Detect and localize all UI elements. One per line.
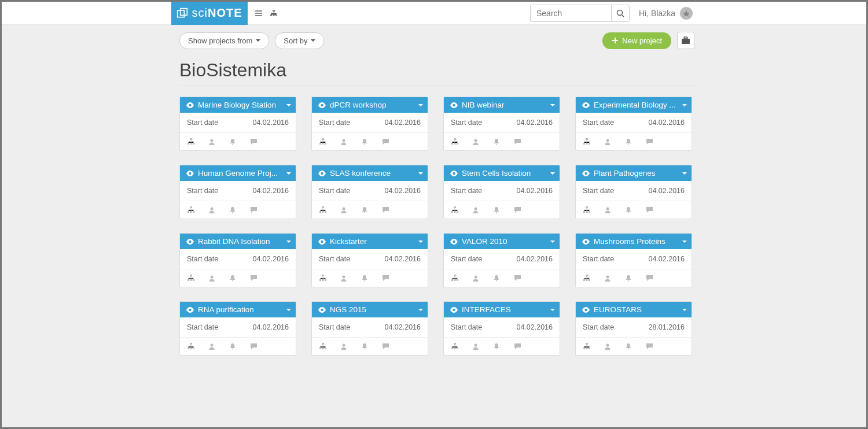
bell-icon[interactable] <box>624 138 632 146</box>
user-icon[interactable] <box>340 342 348 350</box>
comment-icon[interactable] <box>645 342 653 350</box>
chevron-down-icon[interactable] <box>550 241 555 243</box>
hierarchy-icon[interactable] <box>187 342 195 350</box>
logo[interactable]: sciNOTE <box>171 2 248 25</box>
hierarchy-icon[interactable] <box>319 206 327 214</box>
hierarchy-icon[interactable] <box>451 138 459 146</box>
chevron-down-icon[interactable] <box>418 241 423 243</box>
project-card-header[interactable]: Rabbit DNA Isolation <box>180 234 296 249</box>
user-icon[interactable] <box>472 206 480 214</box>
user-icon[interactable] <box>472 138 480 146</box>
hierarchy-icon[interactable] <box>319 342 327 350</box>
user-icon[interactable] <box>604 138 612 146</box>
project-card-header[interactable]: Human Genome Proj... <box>180 165 296 181</box>
search-input[interactable] <box>530 5 611 22</box>
sort-by-dropdown[interactable]: Sort by <box>275 32 324 49</box>
user-icon[interactable] <box>208 138 216 146</box>
comment-icon[interactable] <box>381 206 389 214</box>
user-icon[interactable] <box>208 206 216 214</box>
project-card-header[interactable]: Kickstarter <box>312 234 428 249</box>
bell-icon[interactable] <box>624 206 632 214</box>
chevron-down-icon[interactable] <box>286 172 291 175</box>
project-card-header[interactable]: EUROSTARS <box>576 302 692 317</box>
search-button[interactable] <box>611 5 630 22</box>
user-icon[interactable] <box>208 342 216 350</box>
chevron-down-icon[interactable] <box>286 241 291 243</box>
comment-icon[interactable] <box>645 274 653 282</box>
project-card-header[interactable]: Experimental Biology ... <box>576 97 692 113</box>
project-card-header[interactable]: Stem Cells Isolation <box>444 165 560 181</box>
comment-icon[interactable] <box>513 342 521 350</box>
hierarchy-icon[interactable] <box>267 7 280 20</box>
project-card-header[interactable]: Mushrooms Proteins <box>576 234 692 249</box>
hierarchy-icon[interactable] <box>583 274 591 282</box>
hierarchy-icon[interactable] <box>583 206 591 214</box>
bell-icon[interactable] <box>492 274 501 282</box>
comment-icon[interactable] <box>249 342 258 350</box>
bell-icon[interactable] <box>361 138 369 146</box>
bell-icon[interactable] <box>361 274 369 282</box>
bell-icon[interactable] <box>229 274 237 282</box>
chevron-down-icon[interactable] <box>286 104 291 106</box>
bell-icon[interactable] <box>492 206 501 214</box>
user-icon[interactable] <box>604 274 612 282</box>
bell-icon[interactable] <box>361 342 369 350</box>
chevron-down-icon[interactable] <box>286 309 291 311</box>
bell-icon[interactable] <box>229 206 237 214</box>
chevron-down-icon[interactable] <box>550 309 555 311</box>
comment-icon[interactable] <box>381 274 389 282</box>
bell-icon[interactable] <box>624 342 632 350</box>
user-icon[interactable] <box>604 342 612 350</box>
show-projects-from-dropdown[interactable]: Show projects from <box>179 32 269 49</box>
chevron-down-icon[interactable] <box>550 172 555 175</box>
user-icon[interactable] <box>472 342 480 350</box>
user-icon[interactable] <box>340 274 348 282</box>
user-icon[interactable] <box>472 274 480 282</box>
comment-icon[interactable] <box>645 138 653 146</box>
comment-icon[interactable] <box>513 274 521 282</box>
project-card-header[interactable]: VALOR 2010 <box>444 234 560 249</box>
comment-icon[interactable] <box>249 274 258 282</box>
bell-icon[interactable] <box>624 274 632 282</box>
user-greeting[interactable]: Hi, Blazka <box>639 7 693 20</box>
chevron-down-icon[interactable] <box>418 172 423 175</box>
hierarchy-icon[interactable] <box>451 274 459 282</box>
chevron-down-icon[interactable] <box>550 104 555 106</box>
comment-icon[interactable] <box>249 206 258 214</box>
comment-icon[interactable] <box>381 342 389 350</box>
chevron-down-icon[interactable] <box>418 104 423 106</box>
hierarchy-icon[interactable] <box>451 206 459 214</box>
hierarchy-icon[interactable] <box>187 206 195 214</box>
chevron-down-icon[interactable] <box>682 104 687 106</box>
hierarchy-icon[interactable] <box>319 138 327 146</box>
bell-icon[interactable] <box>229 138 237 146</box>
comment-icon[interactable] <box>645 206 653 214</box>
comment-icon[interactable] <box>513 206 521 214</box>
chevron-down-icon[interactable] <box>418 309 423 311</box>
archive-button[interactable] <box>677 32 694 49</box>
bell-icon[interactable] <box>492 342 501 350</box>
chevron-down-icon[interactable] <box>682 241 687 243</box>
project-card-header[interactable]: Marine Biology Station <box>180 97 296 113</box>
hierarchy-icon[interactable] <box>187 274 195 282</box>
user-icon[interactable] <box>340 138 348 146</box>
project-card-header[interactable]: SLAS konference <box>312 165 428 181</box>
user-icon[interactable] <box>340 206 348 214</box>
chevron-down-icon[interactable] <box>682 172 687 175</box>
comment-icon[interactable] <box>381 138 389 146</box>
project-card-header[interactable]: NIB webinar <box>444 97 560 113</box>
hierarchy-icon[interactable] <box>187 138 195 146</box>
chevron-down-icon[interactable] <box>682 309 687 311</box>
project-card-header[interactable]: Plant Pathogenes <box>576 165 692 181</box>
user-icon[interactable] <box>604 206 612 214</box>
project-card-header[interactable]: dPCR workshop <box>312 97 428 113</box>
project-card-header[interactable]: NGS 2015 <box>312 302 428 317</box>
new-project-button[interactable]: New project <box>602 32 671 49</box>
hierarchy-icon[interactable] <box>583 138 591 146</box>
hierarchy-icon[interactable] <box>583 342 591 350</box>
hierarchy-icon[interactable] <box>451 342 459 350</box>
bell-icon[interactable] <box>492 138 501 146</box>
bell-icon[interactable] <box>229 342 237 350</box>
project-card-header[interactable]: RNA purification <box>180 302 296 317</box>
menu-icon[interactable] <box>252 7 265 20</box>
